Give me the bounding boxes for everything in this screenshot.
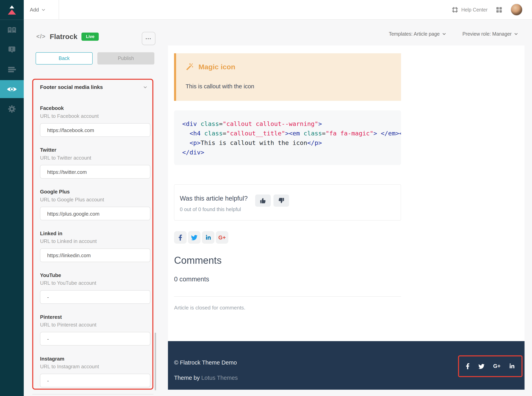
footer-social-links-highlight: G+	[458, 355, 522, 377]
callout-title-row: Magic icon	[186, 63, 235, 71]
url-input[interactable]	[40, 374, 150, 387]
comments-heading: Comments	[174, 255, 221, 266]
back-button[interactable]: Back	[36, 52, 93, 64]
fields-list: Facebook URL to Facebook account Twitter…	[40, 105, 150, 387]
twitter-icon	[191, 234, 197, 241]
thumbs-down-button[interactable]	[273, 194, 289, 207]
templates-dropdown[interactable]: Templates: Article page	[389, 31, 446, 37]
code-snippet-block: <div class="callout callout--warning"> <…	[174, 110, 401, 165]
facebook-icon	[466, 363, 470, 369]
callout-title: Magic icon	[198, 63, 235, 71]
eye-icon	[7, 86, 17, 93]
theme-header: </> Flatrock Live	[36, 33, 99, 41]
helpful-card: Was this article helpful? 0 out of 0 fou…	[174, 184, 401, 221]
app-logo[interactable]	[0, 0, 24, 20]
panel-scrollbar[interactable]	[155, 333, 156, 390]
field-hint: URL to Instagram account	[40, 364, 150, 369]
social-link-field: Facebook URL to Facebook account	[40, 105, 150, 137]
publish-button[interactable]: Publish	[97, 52, 154, 64]
social-link-field: Linked in URL to Linked in account	[40, 230, 150, 262]
share-facebook-button[interactable]	[174, 231, 186, 244]
social-link-field: Pinterest URL to Pinterest account	[40, 314, 150, 345]
linkedin-icon	[205, 235, 211, 240]
chevron-down-icon	[442, 33, 446, 35]
life-ring-icon	[451, 6, 459, 13]
preview-role-dropdown[interactable]: Preview role: Manager	[462, 31, 518, 37]
sidebar-item-feedback[interactable]	[0, 41, 24, 59]
field-label: Facebook	[40, 105, 150, 111]
magic-wand-icon	[186, 63, 194, 71]
add-menu-label: Add	[30, 7, 39, 12]
social-link-field: YouTube URL to YouTube account	[40, 272, 150, 304]
theme-actions: Back Publish	[36, 52, 154, 64]
site-footer: © Flatrock Theme Demo Theme by Lotus The…	[168, 341, 525, 390]
footer-facebook-link[interactable]	[466, 363, 470, 369]
more-options-button[interactable]: •••	[142, 32, 156, 45]
url-input[interactable]	[40, 123, 150, 137]
sidebar-item-preview-active[interactable]	[0, 80, 24, 98]
logo-triangle-large	[8, 9, 16, 14]
chevron-down-icon	[514, 33, 518, 35]
code-line: </div>	[182, 148, 401, 157]
code-line: <h4 class="callout__title"><em class="fa…	[182, 129, 401, 138]
facebook-icon	[179, 234, 182, 241]
footer-google-plus-link[interactable]: G+	[493, 363, 501, 369]
footer-linkedin-link[interactable]	[509, 364, 515, 369]
field-hint: URL to YouTube account	[40, 280, 150, 286]
field-hint: URL to Linked in account	[40, 238, 150, 244]
footer-copyright: © Flatrock Theme Demo	[174, 359, 237, 366]
share-linkedin-button[interactable]	[202, 231, 214, 244]
url-input[interactable]	[40, 332, 150, 346]
field-label: Instagram	[40, 356, 150, 361]
templates-dropdown-label: Templates: Article page	[389, 31, 440, 37]
comments-count: 0 comments	[174, 276, 209, 283]
topbar-divider	[59, 0, 59, 19]
url-input[interactable]	[40, 165, 150, 179]
section-title: Footer social media links	[40, 84, 103, 90]
social-link-field: Instagram URL to Instagram account	[40, 356, 150, 387]
footer-theme-prefix: Theme by	[174, 375, 201, 381]
apps-grid-icon[interactable]	[496, 7, 502, 12]
code-line: <div class="callout callout--warning">	[182, 119, 401, 129]
gear-icon	[8, 105, 16, 113]
share-google-plus-button[interactable]: G+	[216, 231, 228, 244]
chevron-down-icon	[144, 86, 147, 88]
helpful-question: Was this article helpful?	[180, 195, 248, 202]
section-header[interactable]: Footer social media links	[40, 84, 150, 90]
thumbs-up-button[interactable]	[255, 194, 271, 207]
sidebar-item-guide[interactable]	[0, 21, 24, 39]
feedback-icon	[8, 46, 16, 53]
thumbs-up-icon	[260, 197, 266, 204]
preview-role-dropdown-label: Preview role: Manager	[462, 31, 512, 37]
callout-body: This is callout with the icon	[186, 83, 254, 90]
sidebar-item-lists[interactable]	[0, 60, 24, 78]
help-center-label: Help Center	[461, 7, 488, 12]
sidebar-item-settings[interactable]	[0, 100, 24, 118]
icon-sidebar	[0, 20, 24, 396]
field-label: YouTube	[40, 272, 150, 278]
url-input[interactable]	[40, 249, 150, 262]
helpful-stats: 0 out of 0 found this helpful	[180, 206, 241, 212]
social-link-field: Google Plus URL to Google Plus account	[40, 189, 150, 220]
section-divider	[32, 394, 153, 394]
twitter-icon	[478, 363, 485, 369]
field-label: Twitter	[40, 147, 150, 153]
help-center-button[interactable]: Help Center	[451, 6, 487, 13]
live-status-badge: Live	[81, 33, 99, 41]
share-twitter-button[interactable]	[188, 231, 201, 244]
url-input[interactable]	[40, 290, 150, 304]
comments-closed-notice: Article is closed for comments.	[174, 305, 245, 311]
google-plus-icon: G+	[218, 234, 226, 241]
url-input[interactable]	[40, 207, 150, 220]
lotus-themes-link[interactable]: Lotus Themes	[201, 375, 238, 381]
footer-social-links-section: Footer social media links Facebook URL t…	[32, 79, 153, 390]
ellipsis-icon: •••	[146, 36, 152, 41]
thumbs-down-icon	[278, 197, 285, 204]
code-line: <p>This is callout with the icon</p>	[182, 138, 401, 148]
field-hint: URL to Google Plus account	[40, 197, 150, 202]
add-menu-button[interactable]: Add	[30, 0, 45, 19]
logo-triangle-small	[10, 5, 14, 8]
comments-divider	[174, 297, 401, 297]
user-avatar[interactable]	[511, 4, 522, 16]
footer-twitter-link[interactable]	[478, 363, 485, 369]
